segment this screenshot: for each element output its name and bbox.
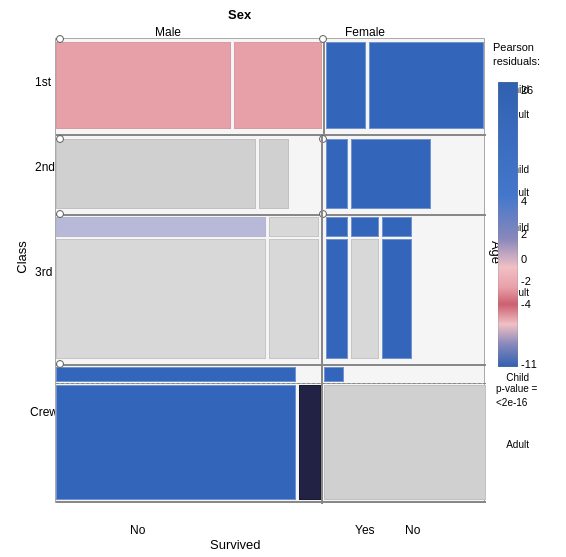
row4-divider — [56, 501, 486, 503]
row2-divider — [56, 214, 486, 216]
cell-3rd-male-no-child — [56, 217, 266, 237]
class-crew-label: Crew — [30, 405, 58, 419]
circle-row1-left — [56, 35, 64, 43]
cell-crew-male-no-child — [56, 367, 296, 382]
cell-3rd-female-yes-child — [351, 217, 379, 237]
circle-row4-left — [56, 360, 64, 368]
legend-0-label: 0 — [521, 253, 527, 265]
cell-2nd-female-yes-adult — [351, 139, 431, 209]
cell-1st-female-no-adult — [326, 42, 366, 129]
age-adult-4: Adult — [506, 439, 529, 450]
cell-crew-female-no-adult — [324, 385, 486, 500]
cell-crew-male-yes-adult — [299, 385, 321, 500]
class-1st-label: 1st — [35, 75, 51, 89]
legend-title: Pearsonresiduals: — [493, 40, 558, 69]
cell-1st-female-yes-adult — [369, 42, 484, 129]
survived-no-label: No — [130, 523, 145, 537]
crew-child-divider — [56, 383, 486, 384]
survived-yes-label: Yes — [355, 523, 375, 537]
circle-row3-left — [56, 210, 64, 218]
survived-no2-label: No — [405, 523, 420, 537]
row1-sex-divider — [323, 39, 325, 134]
female-label: Female — [345, 25, 385, 39]
legend-2-label: 2 — [521, 228, 527, 240]
cell-3rd-female-yes-adult — [351, 239, 379, 359]
row3-divider — [56, 364, 486, 366]
legend-26-label: 26 — [521, 84, 533, 96]
cell-2nd-male-no-adult — [56, 139, 256, 209]
row1-divider — [56, 134, 486, 136]
sex-axis-label: Sex — [228, 7, 251, 22]
legend: Pearsonresiduals: 26 4 2 0 -2 -4 -11 p-v… — [493, 40, 558, 73]
legend-pvalue: p-value =<2e-16 — [496, 382, 537, 410]
cell-crew-male-no-adult — [56, 385, 296, 500]
male-label: Male — [155, 25, 181, 39]
cell-3rd-male-no-adult — [56, 239, 266, 359]
class-2nd-label: 2nd — [35, 160, 55, 174]
svg-rect-0 — [498, 82, 518, 367]
cell-3rd-female-no-child — [326, 217, 348, 237]
cell-3rd-female-no-adult — [326, 239, 348, 359]
class-axis-label: Class — [14, 241, 29, 274]
class-3rd-label: 3rd — [35, 265, 52, 279]
cell-3rd-female-no2-adult — [382, 239, 412, 359]
cell-3rd-male-yes-child — [269, 217, 319, 237]
cell-1st-male-no-adult — [56, 42, 231, 129]
legend-4-label: 4 — [521, 195, 527, 207]
cell-crew-female-child — [324, 367, 344, 382]
legend-m2-label: -2 — [521, 275, 531, 287]
cell-2nd-female-no-adult — [326, 139, 348, 209]
mosaic-plot: Child Adult Child Adult Child Adult Chil… — [55, 38, 485, 503]
legend-m11-label: -11 — [521, 358, 537, 370]
legend-m4-label: -4 — [521, 298, 531, 310]
cell-3rd-female-no2-child — [382, 217, 412, 237]
cell-3rd-male-yes-adult — [269, 239, 319, 359]
legend-colorbar — [498, 82, 518, 367]
circle-row2-left — [56, 135, 64, 143]
sex-main-divider — [321, 136, 323, 504]
survived-axis-label: Survived — [210, 537, 261, 552]
circle-row1-mid — [319, 35, 327, 43]
cell-2nd-male-yes-adult — [259, 139, 289, 209]
cell-1st-male-yes-adult — [234, 42, 322, 129]
